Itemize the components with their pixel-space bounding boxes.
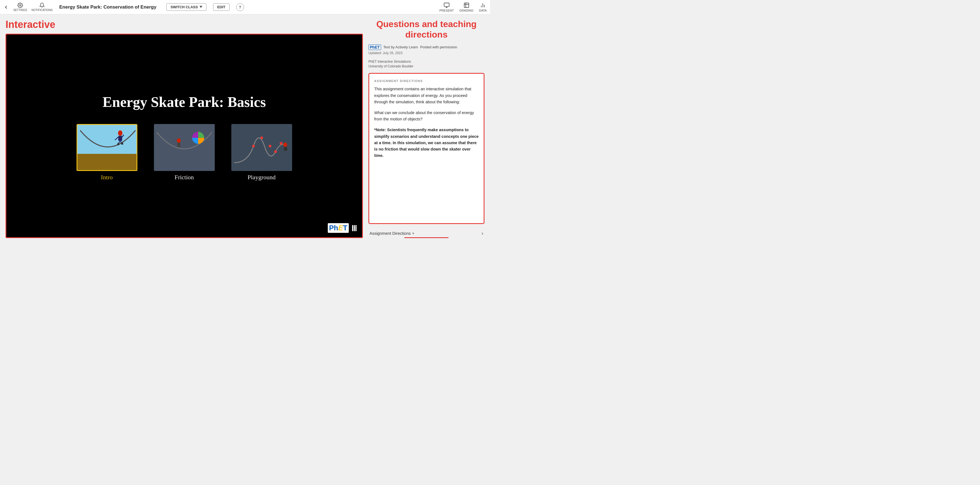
- top-nav: SETTINGS NOTIFICATIONS Energy Skate Park…: [0, 0, 490, 14]
- sim-option-friction[interactable]: Friction: [154, 124, 215, 181]
- settings-label: SETTINGS: [13, 9, 27, 12]
- svg-point-26: [252, 145, 255, 147]
- playground-image: [231, 124, 292, 171]
- phet-logo-small: PhET: [368, 44, 381, 50]
- intro-image: [76, 124, 137, 171]
- questions-header: Questions and teaching directions: [368, 19, 484, 40]
- source-permission: Posted with permission: [420, 45, 457, 49]
- help-button[interactable]: ?: [236, 3, 244, 11]
- back-button[interactable]: [3, 5, 9, 10]
- assignment-nav-label-btn[interactable]: Assignment Directions ▾: [369, 231, 414, 236]
- intro-label: Intro: [101, 174, 113, 181]
- notifications-label: NOTIFICATIONS: [32, 9, 52, 12]
- assignment-nav-text: Assignment Directions: [369, 231, 411, 236]
- switch-class-button[interactable]: SWITCH CLASS: [166, 3, 207, 11]
- friction-image: [154, 124, 215, 171]
- svg-point-31: [283, 143, 287, 147]
- svg-rect-21: [154, 124, 215, 171]
- playground-label: Playground: [248, 174, 275, 181]
- assignment-p1: This assignment contains an interactive …: [374, 86, 479, 105]
- assignment-box: ASSIGNMENT DIRECTIONS This assignment co…: [368, 73, 484, 224]
- svg-point-28: [269, 145, 271, 147]
- chevron-down-icon: ▾: [412, 231, 414, 235]
- interactive-label: Interactive: [6, 19, 363, 30]
- svg-point-22: [177, 138, 181, 143]
- svg-point-30: [280, 142, 282, 145]
- phet-logo: PhET: [328, 223, 356, 233]
- friction-label: Friction: [175, 174, 194, 181]
- right-column: Questions and teaching directions PhET T…: [368, 19, 484, 238]
- page-title: Energy Skate Park: Conservation of Energ…: [59, 5, 156, 10]
- svg-rect-14: [118, 136, 122, 141]
- nav-forward-arrow[interactable]: ›: [481, 230, 484, 236]
- assignment-nav-underline: [404, 237, 449, 238]
- svg-point-20: [121, 143, 123, 145]
- source-uni: University of Colorado Boulder: [368, 64, 414, 69]
- svg-rect-2: [444, 3, 449, 6]
- source-org: PhET Interactive Simulations: [368, 59, 414, 64]
- sim-option-intro[interactable]: Intro: [76, 124, 137, 181]
- svg-rect-25: [231, 124, 292, 171]
- source-text-by: Text by Actively Learn: [383, 45, 418, 49]
- nav-right: PRESENT GRADING DATA: [439, 2, 487, 12]
- source-right: PhET Interactive Simulations University …: [368, 59, 414, 69]
- svg-rect-32: [284, 147, 287, 151]
- sim-options: Intro: [12, 124, 356, 181]
- assignment-p3: *Note: Scientists frequently make assump…: [374, 127, 479, 159]
- edit-button[interactable]: EDIT: [213, 3, 230, 11]
- assignment-nav: Assignment Directions ▾ ›: [368, 227, 484, 238]
- source-updated: Updated: July 26, 2023: [368, 51, 457, 55]
- grading-button[interactable]: GRADING: [459, 2, 473, 12]
- sim-option-playground[interactable]: Playground: [231, 124, 292, 181]
- svg-rect-5: [464, 3, 469, 8]
- nav-left: SETTINGS NOTIFICATIONS Energy Skate Park…: [3, 3, 244, 12]
- present-button[interactable]: PRESENT: [439, 2, 454, 12]
- notifications-button[interactable]: NOTIFICATIONS: [32, 3, 52, 12]
- assignment-p2: What can we conclude about the conservat…: [374, 109, 479, 122]
- content-area: Interactive Energy Skate Park: Basics: [0, 14, 490, 242]
- svg-point-27: [260, 136, 263, 139]
- assignment-label: ASSIGNMENT DIRECTIONS: [374, 79, 479, 82]
- svg-rect-23: [177, 143, 180, 147]
- svg-point-13: [118, 130, 123, 136]
- svg-rect-11: [77, 125, 137, 154]
- settings-button[interactable]: SETTINGS: [13, 3, 27, 12]
- data-button[interactable]: DATA: [479, 2, 487, 12]
- svg-marker-1: [199, 6, 202, 8]
- svg-point-19: [117, 143, 119, 145]
- source-info: PhET Text by Actively Learn Posted with …: [368, 44, 484, 69]
- svg-rect-12: [77, 154, 137, 171]
- svg-point-29: [274, 150, 277, 153]
- svg-point-0: [20, 5, 21, 6]
- left-column: Interactive Energy Skate Park: Basics: [6, 19, 363, 238]
- sim-title: Energy Skate Park: Basics: [103, 94, 266, 110]
- simulation-box[interactable]: Energy Skate Park: Basics: [6, 34, 363, 238]
